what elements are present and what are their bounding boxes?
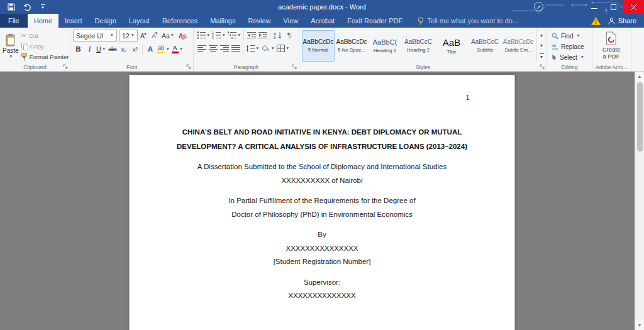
clear-formatting-button[interactable]: A — [175, 30, 186, 41]
group-paragraph: ▼ 123 ▼ ▼ — [194, 28, 299, 71]
select-button[interactable]: Select ▼ — [550, 53, 586, 62]
numbering-button[interactable]: 123 ▼ — [211, 30, 226, 41]
line-spacing-button[interactable]: ▼ — [245, 43, 260, 54]
replace-button[interactable]: ab Replace — [550, 42, 586, 52]
superscript-button[interactable]: x² — [130, 43, 140, 55]
text-effects-button[interactable]: A — [145, 43, 155, 55]
align-right-button[interactable] — [219, 43, 230, 54]
highlight-color-swatch — [157, 52, 165, 53]
style-normal[interactable]: AaBbCcDc ¶ Normal — [302, 30, 335, 62]
university-line[interactable]: XXXXXXXXXX of Nairobi — [172, 174, 472, 188]
paragraph-group-label: Paragraph — [194, 64, 299, 70]
align-center-button[interactable] — [208, 43, 218, 54]
format-painter-button[interactable]: Format Painter — [20, 52, 70, 62]
paste-button[interactable]: Paste ▼ — [3, 30, 19, 62]
arrow-circle-icon: ↗ — [534, 2, 543, 11]
registration-line[interactable]: [Student Registration Number] — [172, 255, 472, 269]
share-label: Share — [618, 17, 636, 25]
share-button[interactable]: Share — [608, 17, 636, 25]
italic-button[interactable]: I — [84, 43, 95, 55]
subscript-button[interactable]: x₂ — [118, 43, 129, 55]
tab-layout[interactable]: Layout — [123, 14, 156, 28]
cut-button[interactable]: ✂ Cut — [20, 31, 70, 40]
replace-icon: ab — [552, 43, 558, 50]
tabrow-right-cluster: Share — [591, 14, 644, 28]
style-subtitle[interactable]: AaBbCcC Subtitle — [469, 30, 501, 62]
undo-icon[interactable] — [22, 2, 32, 12]
tab-foxit-reader-pdf[interactable]: Foxit Reader PDF — [341, 14, 409, 28]
decrease-indent-button[interactable] — [246, 30, 257, 41]
text-highlight-button[interactable]: ab ▼ — [156, 43, 170, 55]
warning-icon[interactable] — [591, 17, 601, 25]
group-clipboard: Paste ▼ ✂ Cut Copy Format Painter — [0, 28, 70, 71]
tab-view[interactable]: View — [277, 14, 305, 28]
scrollbar-thumb[interactable] — [637, 82, 643, 151]
grow-font-button[interactable]: A▲ — [138, 30, 149, 41]
tab-review[interactable]: Review — [242, 14, 277, 28]
chevron-down-icon: ▼ — [110, 33, 114, 38]
justify-button[interactable] — [230, 43, 241, 54]
save-icon[interactable] — [6, 2, 16, 12]
tab-insert[interactable]: Insert — [58, 14, 89, 28]
tell-me-box[interactable]: Tell me what you want to do... — [418, 14, 518, 28]
copy-button[interactable]: Copy — [20, 41, 70, 51]
svg-text:3: 3 — [212, 36, 214, 39]
fulfillment-line-2[interactable]: Doctor of Philosophy (PhD) in Environmen… — [172, 208, 472, 222]
show-formatting-marks-button[interactable]: ¶ — [284, 30, 294, 41]
bullets-button[interactable]: ▼ — [196, 30, 211, 41]
customize-quick-access-icon[interactable]: ▼ — [38, 2, 48, 12]
tab-acrobat[interactable]: Acrobat — [304, 14, 341, 28]
tab-mailings[interactable]: Mailings — [204, 14, 242, 28]
select-cursor-icon — [552, 54, 557, 61]
find-button[interactable]: Find ▼ — [550, 31, 586, 41]
ribbon: Paste ▼ ✂ Cut Copy Format Painter — [0, 28, 644, 72]
window-controls — [585, 0, 644, 14]
font-name-select[interactable]: Segoe UI ▼ — [73, 30, 117, 41]
style-subtle-emphasis[interactable]: AaBbCcDc Subtle Em... — [502, 30, 535, 62]
chevron-down-icon: ▼ — [131, 33, 135, 38]
tab-file[interactable]: File — [0, 14, 28, 28]
scroll-up-icon[interactable]: ▲ — [635, 72, 644, 81]
minimize-button[interactable] — [585, 0, 604, 14]
tab-references[interactable]: References — [156, 14, 204, 28]
shading-button[interactable]: ▼ — [260, 43, 275, 54]
bold-button[interactable]: B — [73, 43, 84, 55]
by-line[interactable]: By — [172, 228, 472, 242]
gallery-scroll-down-icon[interactable]: ▼ — [537, 40, 546, 51]
author-line[interactable]: XXXXXXXXXXXXXXX — [172, 242, 472, 256]
gallery-scroll-up-icon[interactable]: ▲ — [537, 30, 546, 40]
align-left-button[interactable] — [196, 43, 207, 54]
increase-indent-button[interactable] — [257, 30, 268, 41]
strikethrough-button[interactable]: abc — [107, 43, 118, 55]
close-button[interactable] — [623, 0, 644, 14]
style-heading-2[interactable]: AaBbCcC Heading 2 — [402, 30, 435, 62]
gallery-more-icon[interactable]: ▼ — [537, 51, 546, 62]
borders-button[interactable]: ▼ — [276, 43, 290, 54]
maximize-button[interactable] — [604, 0, 623, 14]
create-pdf-button[interactable]: Create a PDF — [595, 30, 628, 62]
document-page[interactable]: 1 CHINA’S BELT AND ROAD INITIATIVE IN KE… — [130, 75, 515, 330]
multilevel-list-button[interactable]: ▼ — [227, 30, 242, 41]
font-size-select[interactable]: 12 ▼ — [119, 30, 138, 41]
sort-button[interactable]: AZ — [272, 30, 283, 41]
style-title[interactable]: AaB Title — [435, 30, 468, 62]
font-color-button[interactable]: A ▼ — [171, 43, 184, 55]
styles-gallery: AaBbCcDc ¶ Normal AaBbCcDc ¶ No Spac... … — [302, 30, 535, 62]
style-no-spacing[interactable]: AaBbCcDc ¶ No Spac... — [335, 30, 368, 62]
underline-button[interactable]: U▼ — [96, 43, 106, 55]
change-case-button[interactable]: Aa▼ — [161, 30, 175, 41]
supervisor-label[interactable]: Supervisor: — [172, 276, 472, 290]
supervisor-name[interactable]: XXXXXXXXXXXXXX — [172, 289, 472, 303]
scroll-down-icon[interactable]: ▼ — [635, 321, 644, 330]
shrink-font-button[interactable]: A▼ — [150, 30, 160, 41]
style-heading-1[interactable]: AaBbC( Heading 1 — [369, 30, 401, 62]
clipboard-group-label: Clipboard — [0, 64, 70, 70]
tab-design[interactable]: Design — [89, 14, 123, 28]
submission-line[interactable]: A Dissertation Submitted to the School o… — [172, 160, 472, 174]
tab-home[interactable]: Home — [28, 14, 58, 28]
dissertation-title[interactable]: CHINA’S BELT AND ROAD INITIATIVE IN KENY… — [172, 125, 472, 154]
create-pdf-icon — [604, 31, 618, 45]
svg-text:ab: ab — [552, 43, 557, 48]
fulfillment-line-1[interactable]: In Partial Fulfillment of the Requiremen… — [172, 194, 472, 208]
tell-me-placeholder: Tell me what you want to do... — [427, 17, 518, 25]
